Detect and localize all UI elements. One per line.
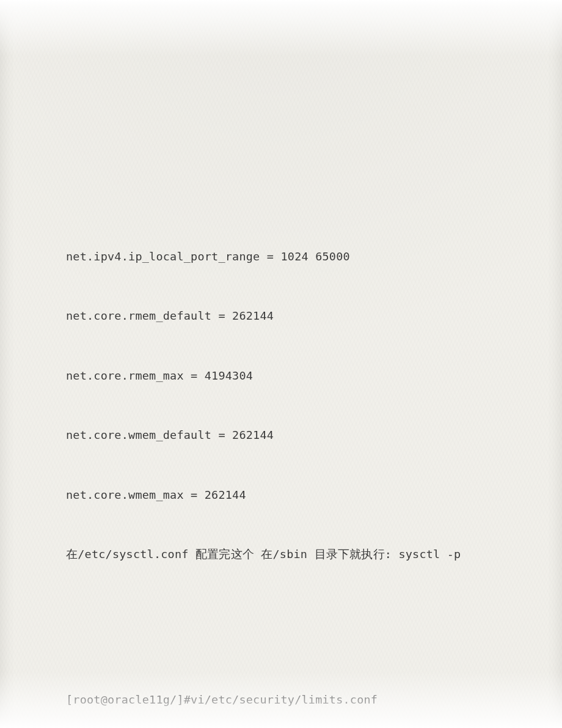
document-body: net.ipv4.ip_local_port_range = 1024 6500… xyxy=(66,56,496,672)
paper-page: net.ipv4.ip_local_port_range = 1024 6500… xyxy=(0,0,562,728)
code-line: net.core.rmem_default = 262144 xyxy=(66,306,496,326)
code-line: net.core.wmem_max = 262144 xyxy=(66,485,496,506)
code-line: 在/etc/sysctl.conf 配置完这个 在/sbin 目录下就执行: s… xyxy=(66,545,496,565)
code-line: net.core.wmem_default = 262144 xyxy=(66,425,496,446)
code-line: net.ipv4.ip_local_port_range = 1024 6500… xyxy=(66,247,496,267)
spacer xyxy=(66,136,496,187)
code-line: net.core.rmem_max = 4194304 xyxy=(66,366,496,386)
paragraph-gap xyxy=(66,624,496,630)
code-line: [root@oracle11g/]#vi/etc/security/limits… xyxy=(66,690,496,710)
